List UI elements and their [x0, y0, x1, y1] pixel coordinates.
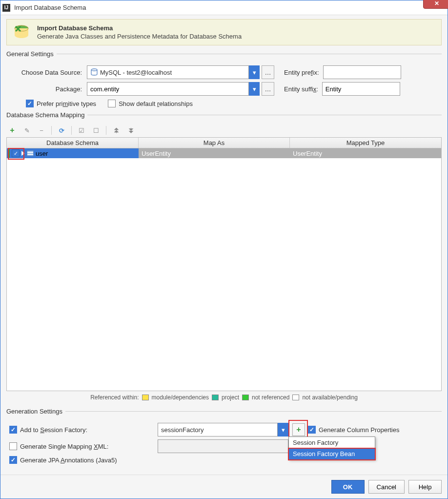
- general-settings-group: General Settings Choose Data Source: MyS…: [6, 50, 442, 107]
- generate-single-mapping-xml-checkbox[interactable]: Generate Single Mapping XML:: [9, 442, 108, 450]
- schema-name: user: [36, 150, 48, 157]
- banner-subtitle: Generate Java Classes and Persistence Me…: [37, 33, 242, 40]
- checkmark-icon: [308, 426, 316, 434]
- col-mapped-type[interactable]: Mapped Type: [290, 138, 441, 148]
- table-icon: [27, 150, 34, 156]
- reference-legend: Referenced within: module/dependencies p…: [6, 391, 442, 404]
- generation-settings-legend: Generation Settings: [6, 408, 65, 415]
- checkmark-icon: [26, 100, 34, 107]
- general-settings-legend: General Settings: [6, 50, 57, 58]
- edit-button[interactable]: ✎: [22, 125, 32, 135]
- deselect-all-button[interactable]: ☐: [91, 125, 101, 135]
- expand-all-button[interactable]: ⯯: [126, 125, 136, 135]
- entity-prefix-label: Entity prefix:: [284, 69, 323, 76]
- chevron-down-icon[interactable]: ▾: [249, 65, 260, 79]
- legend-swatch-green: [242, 395, 249, 400]
- expand-icon[interactable]: [21, 151, 25, 156]
- package-input[interactable]: [87, 82, 249, 96]
- legend-swatch-white: [292, 395, 299, 400]
- mapping-toolbar: + ✎ − ⟳ ☑ ☐ ⯭ ⯯: [6, 124, 442, 137]
- window-title: Import Database Schema: [14, 4, 446, 11]
- table-row[interactable]: user UserEntity UserEntity: [7, 148, 441, 158]
- show-default-relationships-checkbox[interactable]: Show default relationships: [108, 100, 193, 107]
- schema-mapping-legend: Database Schema Mapping: [6, 111, 87, 119]
- titlebar: IJ Import Database Schema: [0, 0, 448, 15]
- schema-table[interactable]: Database Schema Map As Mapped Type user: [6, 137, 442, 391]
- banner: Import Database Schema Generate Java Cla…: [6, 19, 442, 45]
- chevron-down-icon[interactable]: ▾: [278, 423, 288, 437]
- new-session-factory-popup: Session Factory Session Factory Bean: [288, 437, 375, 460]
- add-session-factory-button[interactable]: +: [292, 423, 305, 436]
- popup-item-session-factory[interactable]: Session Factory: [289, 437, 375, 448]
- generation-settings-group: Generation Settings Add to Session Facto…: [6, 408, 442, 467]
- data-source-combo[interactable]: MySQL - test2@localhost ▾: [87, 65, 260, 79]
- generate-column-properties-checkbox[interactable]: Generate Column Properties: [308, 426, 399, 434]
- data-source-label: Choose Data Source:: [6, 69, 87, 76]
- entity-suffix-label: Entity suffix:: [284, 85, 322, 93]
- chevron-down-icon[interactable]: ▾: [249, 82, 260, 96]
- generate-jpa-annotations-checkbox[interactable]: Generate JPA Annotations (Java5): [9, 456, 117, 464]
- ok-button[interactable]: OK: [331, 480, 365, 494]
- mysql-icon: [90, 68, 98, 76]
- refresh-button[interactable]: ⟳: [57, 125, 66, 135]
- select-all-button[interactable]: ☑: [77, 125, 86, 135]
- entity-prefix-input[interactable]: [323, 65, 401, 79]
- checkmark-icon: [9, 456, 17, 464]
- col-database-schema[interactable]: Database Schema: [7, 138, 139, 148]
- popup-item-session-factory-bean[interactable]: Session Factory Bean: [289, 448, 375, 459]
- database-import-icon: [12, 22, 31, 42]
- session-factory-combo[interactable]: sessionFactory ▾: [158, 423, 288, 437]
- banner-title: Import Database Schema: [37, 24, 242, 32]
- checkbox-empty-icon: [9, 442, 17, 450]
- package-browse-button[interactable]: …: [262, 82, 274, 96]
- schema-mapping-group: Database Schema Mapping + ✎ − ⟳ ☑ ☐ ⯭ ⯯ …: [6, 111, 442, 404]
- checkmark-icon: [9, 426, 17, 434]
- mapped-type-cell[interactable]: UserEntity: [290, 148, 441, 158]
- cancel-button[interactable]: Cancel: [368, 480, 405, 494]
- row-checkbox[interactable]: [12, 149, 20, 157]
- add-to-session-factory-checkbox[interactable]: Add to Session Factory:: [9, 426, 87, 434]
- col-map-as[interactable]: Map As: [139, 138, 290, 148]
- data-source-browse-button[interactable]: …: [262, 65, 274, 79]
- table-header: Database Schema Map As Mapped Type: [7, 138, 441, 148]
- map-as-cell[interactable]: UserEntity: [139, 148, 290, 158]
- checkbox-empty-icon: [108, 100, 116, 107]
- entity-suffix-input[interactable]: [322, 82, 400, 96]
- dialog-footer: OK Cancel Help: [0, 475, 448, 499]
- package-combo[interactable]: ▾: [87, 82, 260, 96]
- help-button[interactable]: Help: [408, 480, 442, 494]
- package-label: Package:: [6, 85, 87, 93]
- single-mapping-xml-input: [158, 439, 288, 453]
- add-button[interactable]: +: [7, 125, 17, 135]
- prefer-primitive-checkbox[interactable]: Prefer primitive types: [26, 100, 96, 107]
- window-close-button[interactable]: ✕: [423, 0, 448, 9]
- legend-swatch-teal: [212, 395, 219, 400]
- app-icon: IJ: [2, 4, 10, 12]
- legend-swatch-yellow: [142, 395, 149, 400]
- collapse-all-button[interactable]: ⯭: [111, 125, 121, 135]
- remove-button[interactable]: −: [37, 125, 46, 135]
